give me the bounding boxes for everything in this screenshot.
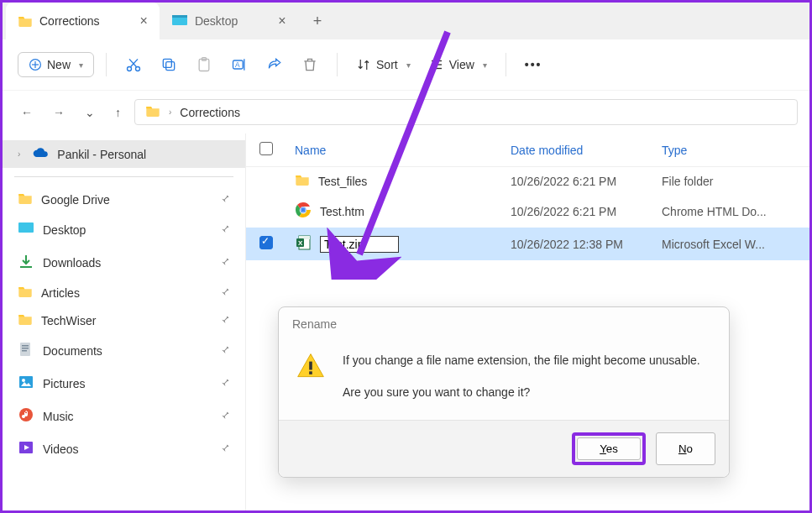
sidebar-item-music[interactable]: Music: [3, 400, 245, 432]
svg-text:A: A: [235, 60, 240, 69]
sidebar-item-label: Downloads: [43, 256, 101, 270]
pin-icon[interactable]: [218, 255, 230, 270]
no-button[interactable]: No: [656, 432, 715, 465]
tab-inactive[interactable]: Desktop ×: [160, 3, 298, 39]
address-bar[interactable]: › Corrections: [134, 99, 798, 125]
forward-button[interactable]: →: [46, 101, 71, 124]
close-icon[interactable]: ×: [140, 13, 148, 29]
pin-icon[interactable]: [218, 285, 230, 300]
sidebar-item-label: Google Drive: [41, 193, 110, 207]
sidebar-item-documents[interactable]: Documents: [3, 334, 245, 367]
svg-rect-23: [22, 350, 27, 352]
tab-active[interactable]: Corrections ×: [6, 3, 160, 39]
pin-icon[interactable]: [218, 343, 230, 358]
up-button[interactable]: ↑: [108, 101, 128, 124]
tab-label: Desktop: [195, 14, 238, 28]
add-tab-button[interactable]: +: [305, 9, 331, 34]
sidebar-item-label: Videos: [43, 442, 79, 456]
sort-label: Sort: [376, 58, 398, 71]
separator: [14, 176, 233, 177]
file-row[interactable]: Test_files10/26/2022 6:21 PMFile folder: [246, 167, 809, 195]
file-type: File folder: [662, 175, 796, 188]
toolbar: New ▾ A Sort ▾ View ▾ •••: [3, 39, 809, 91]
pin-icon[interactable]: [218, 409, 230, 423]
chevron-down-icon: ▾: [406, 60, 411, 70]
column-headers: Name Date modified Type: [246, 133, 809, 167]
more-button[interactable]: •••: [518, 53, 549, 76]
sidebar-item-label: TechWiser: [41, 314, 96, 327]
tab-bar: Corrections × Desktop × +: [3, 3, 809, 39]
copy-button[interactable]: [154, 51, 184, 78]
downloads-icon: [18, 253, 34, 272]
sidebar-item-google-drive[interactable]: Google Drive: [3, 186, 245, 213]
new-button[interactable]: New ▾: [18, 52, 94, 77]
chevron-right-icon: ›: [169, 107, 171, 117]
desktop-icon: [171, 13, 188, 29]
svg-rect-20: [20, 343, 30, 356]
sidebar-item-onedrive[interactable]: › Pankil - Personal: [3, 140, 245, 168]
sidebar-item-label: Desktop: [43, 223, 86, 237]
sidebar-item-downloads[interactable]: Downloads: [3, 246, 245, 279]
back-button[interactable]: ←: [14, 101, 39, 124]
pin-icon[interactable]: [218, 192, 230, 207]
pin-icon[interactable]: [218, 222, 230, 237]
file-name: Test_files: [318, 175, 367, 188]
file-row[interactable]: Test.htm10/26/2022 6:21 PMChrome HTML Do…: [246, 195, 809, 228]
delete-button[interactable]: [295, 51, 325, 78]
dialog-line2: Are you sure you want to change it?: [343, 383, 700, 403]
sidebar-item-videos[interactable]: Videos: [3, 432, 245, 465]
yes-highlight: Yes: [572, 432, 646, 465]
svg-line-7: [131, 59, 138, 66]
svg-rect-21: [22, 345, 29, 347]
cut-button[interactable]: [118, 51, 149, 78]
new-label: New: [47, 58, 71, 71]
svg-point-31: [301, 208, 306, 212]
recent-dropdown[interactable]: ⌄: [78, 101, 102, 124]
rename-button[interactable]: A: [224, 51, 254, 78]
sidebar: › Pankil - Personal Google DriveDesktopD…: [3, 133, 246, 513]
pictures-icon: [18, 374, 34, 393]
file-date: 10/26/2022 6:21 PM: [511, 205, 662, 218]
yes-button[interactable]: Yes: [577, 437, 641, 460]
svg-text:X: X: [298, 239, 303, 247]
sidebar-item-articles[interactable]: Articles: [3, 279, 245, 306]
warning-icon: [296, 351, 326, 403]
chevron-down-icon: ▾: [483, 60, 487, 70]
sidebar-item-desktop[interactable]: Desktop: [3, 213, 245, 246]
paste-button[interactable]: [189, 51, 219, 78]
rename-input[interactable]: [320, 236, 399, 253]
view-label: View: [449, 58, 474, 71]
sidebar-item-techwiser[interactable]: TechWiser: [3, 306, 245, 334]
select-all-checkbox[interactable]: [259, 142, 273, 155]
folder-icon: [18, 15, 33, 27]
col-type[interactable]: Type: [662, 144, 796, 157]
folder-icon: [18, 285, 33, 300]
pin-icon[interactable]: [218, 442, 230, 456]
pin-icon[interactable]: [218, 376, 230, 390]
sort-button[interactable]: Sort ▾: [349, 52, 417, 77]
svg-rect-38: [309, 371, 312, 374]
sidebar-item-label: Documents: [43, 344, 102, 358]
share-button[interactable]: [259, 51, 290, 78]
separator: [337, 53, 338, 76]
sidebar-item-label: Music: [43, 410, 74, 423]
view-button[interactable]: View ▾: [422, 52, 494, 77]
folder-icon: [295, 174, 310, 188]
close-icon[interactable]: ×: [278, 13, 286, 29]
pin-icon[interactable]: [218, 313, 230, 327]
col-name[interactable]: Name: [295, 144, 511, 157]
rename-dialog: Rename If you change a file name extensi…: [278, 306, 730, 478]
breadcrumb-folder[interactable]: Corrections: [180, 106, 240, 119]
sidebar-item-pictures[interactable]: Pictures: [3, 367, 245, 400]
sidebar-item-label: Pictures: [43, 377, 86, 390]
row-checkbox[interactable]: [259, 236, 273, 249]
file-row[interactable]: X10/26/2022 12:38 PMMicrosoft Excel W...: [246, 228, 809, 260]
svg-rect-10: [163, 59, 171, 67]
svg-point-5: [128, 67, 132, 71]
sidebar-item-label: Pankil - Personal: [57, 148, 146, 161]
svg-rect-37: [309, 362, 312, 370]
file-type: Chrome HTML Do...: [662, 205, 796, 218]
chevron-right-icon: ›: [18, 149, 20, 159]
col-date[interactable]: Date modified: [511, 144, 662, 157]
file-date: 10/26/2022 6:21 PM: [511, 175, 662, 188]
